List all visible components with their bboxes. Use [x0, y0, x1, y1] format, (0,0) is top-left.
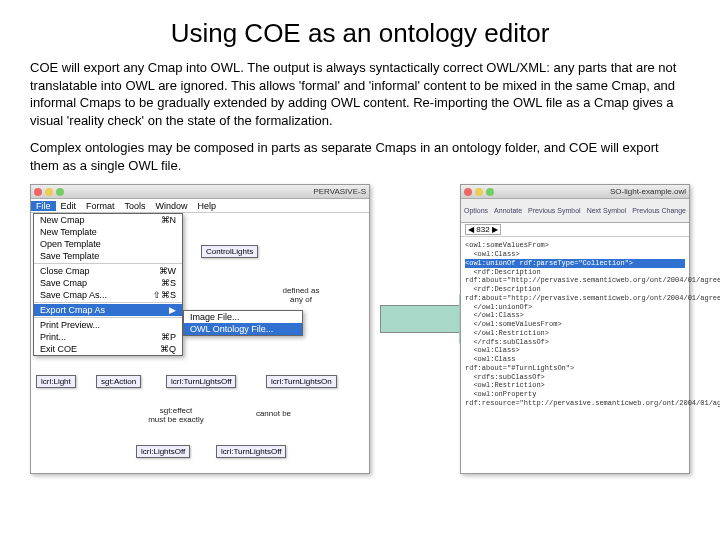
xml-line: <owl:someValuesFrom>: [465, 241, 685, 250]
menu-item[interactable]: Print Preview...: [34, 319, 182, 331]
paragraph-1: COE will export any Cmap into OWL. The o…: [30, 59, 690, 129]
xml-line: </rdfs:subClassOf>: [465, 338, 685, 347]
minimize-dot-icon[interactable]: [475, 188, 483, 196]
xml-line: <rdf:Description: [465, 285, 685, 294]
toolbar-annotate[interactable]: Annotate: [494, 207, 522, 214]
cmap-node[interactable]: lcrl:TurnLightsOff: [216, 445, 286, 458]
window-title: PERVASIVE-S: [313, 187, 366, 196]
submenu-item[interactable]: OWL Ontology File...: [184, 323, 302, 335]
close-dot-icon[interactable]: [464, 188, 472, 196]
xml-viewer-window: SO-light-example.owl OptionsAnnotatePrev…: [460, 184, 690, 474]
xml-line: <owl:onProperty: [465, 390, 685, 399]
menu-item[interactable]: Save Cmap As...⇧⌘S: [34, 289, 182, 301]
submenu-item[interactable]: Image File...: [184, 311, 302, 323]
xml-line: <owl:Class>: [465, 250, 685, 259]
menu-file[interactable]: File: [31, 201, 56, 211]
slide-title: Using COE as an ontology editor: [30, 18, 690, 49]
xml-line: rdf:about="#TurnLightsOn">: [465, 364, 685, 373]
toolbar-previous-change[interactable]: Previous Change: [632, 207, 686, 214]
xml-line: <owl:Restriction>: [465, 381, 685, 390]
illustration-area: PERVASIVE-S FileEditFormatToolsWindowHel…: [30, 184, 690, 484]
line-number-field: ◀ 832 ▶: [465, 224, 501, 235]
zoom-dot-icon[interactable]: [486, 188, 494, 196]
menu-tools[interactable]: Tools: [120, 201, 151, 211]
xml-line: rdf:about="http://pervasive.semanticweb.…: [465, 276, 685, 285]
menu-edit[interactable]: Edit: [56, 201, 82, 211]
xml-line: rdf:about="http://pervasive.semanticweb.…: [465, 294, 685, 303]
zoom-dot-icon[interactable]: [56, 188, 64, 196]
menu-item[interactable]: Print...⌘P: [34, 331, 182, 343]
export-submenu: Image File...OWL Ontology File...: [183, 310, 303, 336]
xml-line: <rdfs:subClassOf>: [465, 373, 685, 382]
xml-line: <owl:unionOf rdf:parseType="Collection">: [465, 259, 685, 268]
cmap-node[interactable]: lcrl:Light: [36, 375, 76, 388]
xml-line: </owl:Restriction>: [465, 329, 685, 338]
menu-item[interactable]: Open Template: [34, 238, 182, 250]
xml-toolbar: OptionsAnnotatePrevious SymbolNext Symbo…: [461, 199, 689, 223]
cmap-label: defined asany of: [271, 287, 331, 304]
xml-line: <owl:Class>: [465, 346, 685, 355]
toolbar-previous-symbol[interactable]: Previous Symbol: [528, 207, 581, 214]
paragraph-2: Complex ontologies may be composed in pa…: [30, 139, 690, 174]
menu-window[interactable]: Window: [151, 201, 193, 211]
close-dot-icon[interactable]: [34, 188, 42, 196]
xml-line: <rdf:Description: [465, 268, 685, 277]
menu-item[interactable]: Save Template: [34, 250, 182, 262]
xml-line: </owl:unionOf>: [465, 303, 685, 312]
minimize-dot-icon[interactable]: [45, 188, 53, 196]
coe-app-window: PERVASIVE-S FileEditFormatToolsWindowHel…: [30, 184, 370, 474]
cmap-node[interactable]: lcrl:TurnLightsOff: [166, 375, 236, 388]
file-menu-dropdown: New Cmap⌘NNew TemplateOpen TemplateSave …: [33, 213, 183, 356]
menu-format[interactable]: Format: [81, 201, 120, 211]
cmap-label: sgt:effectmust be exactly: [136, 407, 216, 424]
menu-item[interactable]: Export Cmap As▶: [34, 304, 182, 316]
menubar: FileEditFormatToolsWindowHelp: [31, 199, 369, 213]
titlebar: PERVASIVE-S: [31, 185, 369, 199]
menu-help[interactable]: Help: [193, 201, 222, 211]
xml-line: </owl:Class>: [465, 311, 685, 320]
xml-line: <owl:Class: [465, 355, 685, 364]
cmap-label: cannot be: [246, 410, 301, 418]
toolbar-options[interactable]: Options: [464, 207, 488, 214]
xml-line: rdf:resource="http://pervasive.semanticw…: [465, 399, 685, 408]
xml-line: </owl:someValuesFrom>: [465, 320, 685, 329]
menu-item[interactable]: New Template: [34, 226, 182, 238]
cmap-node[interactable]: sgt:Action: [96, 375, 141, 388]
menu-item[interactable]: Save Cmap⌘S: [34, 277, 182, 289]
menu-item[interactable]: New Cmap⌘N: [34, 214, 182, 226]
cmap-node[interactable]: lcrl:TurnLightsOn: [266, 375, 337, 388]
xml-content: <owl:someValuesFrom> <owl:Class><owl:uni…: [461, 237, 689, 411]
menu-item[interactable]: Exit COE⌘Q: [34, 343, 182, 355]
window-title: SO-light-example.owl: [610, 187, 686, 196]
titlebar: SO-light-example.owl: [461, 185, 689, 199]
menu-item[interactable]: Close Cmap⌘W: [34, 265, 182, 277]
cmap-node[interactable]: lcrl:LightsOff: [136, 445, 190, 458]
cmap-node[interactable]: ControlLights: [201, 245, 258, 258]
toolbar-next-symbol[interactable]: Next Symbol: [587, 207, 627, 214]
